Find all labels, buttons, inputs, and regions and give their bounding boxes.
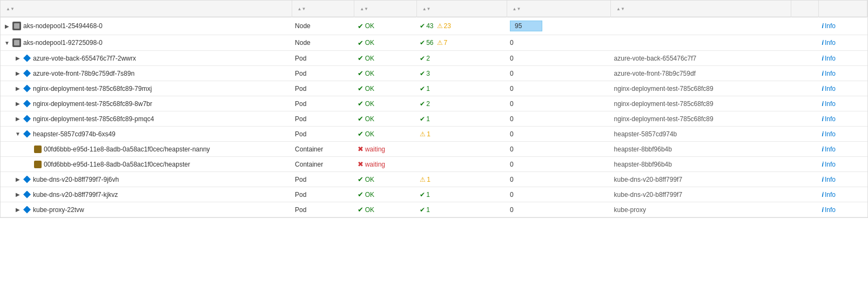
expand-button[interactable]: ▶ (15, 85, 21, 92)
info-cell[interactable]: i Info (819, 202, 867, 217)
status-cell: ✔ OK (354, 17, 417, 35)
info-link[interactable]: i Info (822, 55, 864, 62)
metric-cell: 0 (507, 66, 611, 81)
metric-value: 0 (510, 100, 514, 108)
pod-icon (23, 176, 31, 183)
info-link[interactable]: i Info (822, 22, 864, 30)
expand-button[interactable]: ▶ (15, 207, 21, 213)
controller-value: kube-proxy (614, 206, 646, 214)
collapse-button[interactable]: ▼ (15, 131, 21, 137)
info-cell[interactable]: i Info (819, 127, 867, 142)
kind-value: Pod (295, 85, 306, 92)
info-link[interactable]: i Info (822, 130, 864, 138)
info-cell[interactable]: i Info (819, 96, 867, 111)
kind-value: Pod (295, 70, 306, 77)
status-label: OK (365, 22, 374, 30)
col-header-children[interactable]: ▲▼ (416, 1, 507, 17)
status-ok: ✔ OK (358, 69, 414, 77)
children-status-cell: ✔ 2 (416, 51, 507, 66)
info-link[interactable]: i Info (822, 146, 864, 153)
info-cell[interactable]: i Info (819, 51, 867, 66)
table-row: ▶ azure-vote-front-78b9c759df-7s89n Pod … (1, 66, 867, 81)
info-link[interactable]: i Info (822, 39, 864, 47)
col-header-controller[interactable]: ▲▼ (611, 1, 791, 17)
info-link[interactable]: i Info (822, 176, 864, 183)
info-link[interactable]: i Info (822, 206, 864, 214)
expand-button[interactable]: ▶ (15, 55, 21, 62)
children-check-icon: ✔ (420, 115, 425, 123)
info-cell[interactable]: i Info (819, 172, 867, 187)
info-link[interactable]: i Info (822, 70, 864, 77)
children-check-icon: ✔ (420, 100, 425, 108)
info-link[interactable]: i Info (822, 191, 864, 199)
pod-icon (23, 70, 31, 77)
info-cell[interactable]: i Info (819, 81, 867, 96)
children-status-cell: ✔ 1 (416, 187, 507, 202)
name-cell: ▼ aks-nodepool1-92725098-0 (1, 35, 292, 51)
check-icon: ✔ (358, 54, 364, 62)
sort-icons-controller[interactable]: ▲▼ (616, 7, 625, 11)
node-icon (12, 22, 21, 30)
expand-button[interactable]: ▶ (15, 191, 21, 198)
info-icon: i (822, 130, 824, 138)
info-cell[interactable]: i Info (819, 187, 867, 202)
info-cell[interactable]: i Info (819, 157, 867, 172)
info-icon: i (822, 115, 824, 123)
name-cell-inner: ▶ kube-proxy-22tvw (15, 206, 288, 214)
info-label: Info (825, 130, 836, 138)
info-cell[interactable]: i Info (819, 17, 867, 35)
expand-button[interactable]: ▶ (15, 116, 21, 122)
children-warn-icon: ⚠ (420, 130, 426, 138)
pod-icon (23, 130, 31, 138)
info-cell[interactable]: i Info (819, 142, 867, 157)
info-cell[interactable]: i Info (819, 66, 867, 81)
sort-icons-status[interactable]: ▲▼ (360, 7, 368, 11)
name-cell-inner: ▶ aks-nodepool1-25494468-0 (4, 22, 288, 30)
expand-button[interactable]: ▶ (15, 101, 21, 107)
expand-button[interactable]: ▶ (15, 176, 21, 183)
info-cell[interactable]: i Info (819, 111, 867, 127)
row-name-text: 00fd6bbb-e95d-11e8-8adb-0a58ac1f0cec/hea… (44, 161, 190, 168)
info-link[interactable]: i Info (822, 115, 864, 123)
status-ok: ✔ OK (358, 130, 414, 138)
row-name-text: azure-vote-front-78b9c759df-7s89n (33, 70, 134, 77)
children-status-cell: ✔ 1 (416, 111, 507, 127)
status-label: waiting (365, 146, 385, 153)
name-cell-inner: ▶ nginx-deployment-test-785c68fc89-8w7br (15, 100, 288, 108)
metric-bar: 95 (510, 21, 542, 31)
info-cell[interactable]: i Info (819, 35, 867, 51)
metric-value: 0 (510, 161, 514, 168)
col-header-name[interactable]: ▲▼ (1, 1, 292, 17)
info-link[interactable]: i Info (822, 100, 864, 108)
col-header-metric[interactable]: ▲▼ (507, 1, 611, 17)
controller-cell: heapster-5857cd974b (611, 127, 791, 142)
children-ok: ✔ 1 (420, 85, 430, 92)
info-label: Info (825, 161, 836, 168)
col-header-info (819, 1, 867, 17)
collapse-button[interactable]: ▼ (4, 39, 10, 46)
info-link[interactable]: i Info (822, 161, 864, 168)
info-label: Info (825, 100, 836, 108)
col-header-kind[interactable]: ▲▼ (292, 1, 354, 17)
sort-icons-kind[interactable]: ▲▼ (298, 7, 306, 11)
children-ok-count: 1 (426, 191, 430, 199)
expand-button[interactable]: ▶ (4, 23, 10, 29)
sort-icons-name[interactable]: ▲▼ (6, 7, 15, 11)
sort-icons-metric[interactable]: ▲▼ (513, 7, 521, 11)
kind-value: Node (295, 22, 311, 30)
children-cell: ✔ 43 ⚠ 23 (420, 22, 503, 30)
table-row: 00fd6bbb-e95d-11e8-8adb-0a58ac1f0cec/hea… (1, 142, 867, 157)
row-name-text: heapster-5857cd974b-6xs49 (33, 130, 116, 138)
children-cell: ✔ 2 (420, 55, 503, 62)
status-cell: ✔ OK (354, 111, 417, 127)
sort-icons-children[interactable]: ▲▼ (422, 7, 431, 11)
expand-button[interactable]: ▶ (15, 70, 21, 77)
col-header-status[interactable]: ▲▼ (354, 1, 417, 17)
status-cell: ✔ OK (354, 202, 417, 217)
info-link[interactable]: i Info (822, 85, 864, 92)
metric-value: 0 (510, 191, 514, 199)
info-icon: i (822, 39, 824, 47)
children-ok-count: 1 (426, 206, 430, 214)
children-ok-count: 1 (426, 115, 430, 123)
row-name-text: 00fd6bbb-e95d-11e8-8adb-0a58ac1f0cec/hea… (44, 146, 210, 153)
